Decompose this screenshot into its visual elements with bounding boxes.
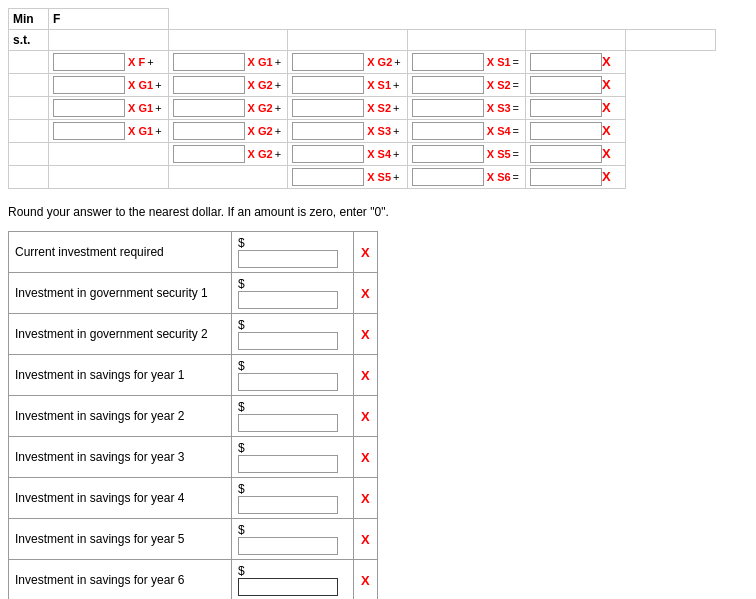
answer-clear-btn-0[interactable]: X — [361, 245, 370, 260]
answer-clear-btn-3[interactable]: X — [361, 368, 370, 383]
answer-input-cell-3: $ — [232, 355, 354, 396]
op-label-r0-c1: + — [273, 56, 283, 68]
answer-input-4[interactable] — [238, 414, 338, 432]
answer-row: Current investment required$X — [9, 232, 378, 273]
answer-input-cell-4: $ — [232, 396, 354, 437]
answer-clear-btn-2[interactable]: X — [361, 327, 370, 342]
answer-input-cell-0: $ — [232, 232, 354, 273]
answer-row: Investment in savings for year 1$X — [9, 355, 378, 396]
matrix-input-r4-c4[interactable] — [530, 145, 602, 163]
matrix-input-r3-c2[interactable] — [292, 122, 364, 140]
matrix-input-r1-c0[interactable] — [53, 76, 125, 94]
matrix-input-r3-c0[interactable] — [53, 122, 125, 140]
answer-row: Investment in savings for year 6$X — [9, 560, 378, 600]
matrix-cell-r1-c1: X G2+ — [168, 74, 288, 97]
matrix-input-r2-c1[interactable] — [173, 99, 245, 117]
matrix-input-r5-c3[interactable] — [412, 168, 484, 186]
op-label-r2-c0: + — [153, 102, 163, 114]
answer-input-5[interactable] — [238, 455, 338, 473]
matrix-input-r1-c4[interactable] — [530, 76, 602, 94]
st-label: s.t. — [9, 30, 49, 51]
matrix-cell-r0-c2: X G2+ — [288, 51, 408, 74]
answer-row: Investment in savings for year 4$X — [9, 478, 378, 519]
matrix-input-r1-c1[interactable] — [173, 76, 245, 94]
answer-label-5: Investment in savings for year 3 — [9, 437, 232, 478]
var-label-r2-c1: X G2 — [245, 102, 273, 114]
op-label-r1-c1: + — [273, 79, 283, 91]
clear-btn-r2[interactable]: X — [602, 100, 611, 115]
matrix-cell-r0-c0: X F+ — [49, 51, 169, 74]
matrix-input-r5-c2[interactable] — [292, 168, 364, 186]
matrix-input-r0-c2[interactable] — [292, 53, 364, 71]
answer-input-cell-2: $ — [232, 314, 354, 355]
answer-clear-btn-8[interactable]: X — [361, 573, 370, 588]
var-label-r1-c2: X S1 — [364, 79, 391, 91]
answer-input-7[interactable] — [238, 537, 338, 555]
matrix-cell-r4-c3: X S5= — [407, 143, 525, 166]
var-label-r3-c1: X G2 — [245, 125, 273, 137]
var-label-r0-c3: X S1 — [484, 56, 511, 68]
clear-btn-r0[interactable]: X — [602, 54, 611, 69]
matrix-input-r2-c3[interactable] — [412, 99, 484, 117]
answer-input-0[interactable] — [238, 250, 338, 268]
matrix-cell-r1-c4: X — [526, 74, 626, 97]
clear-btn-r5[interactable]: X — [602, 169, 611, 184]
answer-input-8[interactable] — [238, 578, 338, 596]
clear-btn-r4[interactable]: X — [602, 146, 611, 161]
answer-clear-btn-7[interactable]: X — [361, 532, 370, 547]
var-label-r0-c0: X F — [125, 56, 145, 68]
matrix-input-r0-c4[interactable] — [530, 53, 602, 71]
matrix-input-r0-c1[interactable] — [173, 53, 245, 71]
matrix-input-r2-c0[interactable] — [53, 99, 125, 117]
dollar-sign-1: $ — [238, 277, 247, 291]
matrix-cell-r0-c1: X G1+ — [168, 51, 288, 74]
matrix-cell-r3-c2: X S3+ — [288, 120, 408, 143]
op-label-r2-c2: + — [391, 102, 401, 114]
dollar-sign-3: $ — [238, 359, 247, 373]
answer-clear-btn-5[interactable]: X — [361, 450, 370, 465]
var-label-r1-c0: X G1 — [125, 79, 153, 91]
var-label-r4-c3: X S5 — [484, 148, 511, 160]
answer-input-cell-8: $ — [232, 560, 354, 600]
matrix-input-r3-c1[interactable] — [173, 122, 245, 140]
matrix-input-r2-c2[interactable] — [292, 99, 364, 117]
answer-input-cell-1: $ — [232, 273, 354, 314]
matrix-cell-r4-c2: X S4+ — [288, 143, 408, 166]
dollar-sign-5: $ — [238, 441, 247, 455]
answer-label-4: Investment in savings for year 2 — [9, 396, 232, 437]
matrix-input-r0-c3[interactable] — [412, 53, 484, 71]
answer-clear-btn-1[interactable]: X — [361, 286, 370, 301]
dollar-sign-4: $ — [238, 400, 247, 414]
matrix-cell-r3-c4: X — [526, 120, 626, 143]
answer-input-3[interactable] — [238, 373, 338, 391]
matrix-cell-r5-c4: X — [526, 166, 626, 189]
var-label-r2-c3: X S3 — [484, 102, 511, 114]
answer-input-2[interactable] — [238, 332, 338, 350]
answer-row: Investment in government security 2$X — [9, 314, 378, 355]
matrix-input-r3-c3[interactable] — [412, 122, 484, 140]
dollar-sign-0: $ — [238, 236, 247, 250]
clear-btn-r1[interactable]: X — [602, 77, 611, 92]
answer-input-6[interactable] — [238, 496, 338, 514]
matrix-input-r3-c4[interactable] — [530, 122, 602, 140]
round-note: Round your answer to the nearest dollar.… — [8, 205, 748, 219]
answer-row: Investment in savings for year 2$X — [9, 396, 378, 437]
op-label-r4-c3: = — [511, 148, 521, 160]
matrix-input-r0-c0[interactable] — [53, 53, 125, 71]
var-label-r3-c2: X S3 — [364, 125, 391, 137]
answer-row: Investment in savings for year 3$X — [9, 437, 378, 478]
answer-clear-btn-4[interactable]: X — [361, 409, 370, 424]
matrix-input-r4-c3[interactable] — [412, 145, 484, 163]
matrix-input-r2-c4[interactable] — [530, 99, 602, 117]
matrix-input-r4-c1[interactable] — [173, 145, 245, 163]
matrix-cell-r4-c1: X G2+ — [168, 143, 288, 166]
answer-input-1[interactable] — [238, 291, 338, 309]
matrix-input-r4-c2[interactable] — [292, 145, 364, 163]
matrix-input-r1-c3[interactable] — [412, 76, 484, 94]
clear-btn-r3[interactable]: X — [602, 123, 611, 138]
answer-clear-btn-6[interactable]: X — [361, 491, 370, 506]
matrix-input-r5-c4[interactable] — [530, 168, 602, 186]
answer-row: Investment in savings for year 5$X — [9, 519, 378, 560]
op-label-r0-c3: = — [511, 56, 521, 68]
matrix-input-r1-c2[interactable] — [292, 76, 364, 94]
